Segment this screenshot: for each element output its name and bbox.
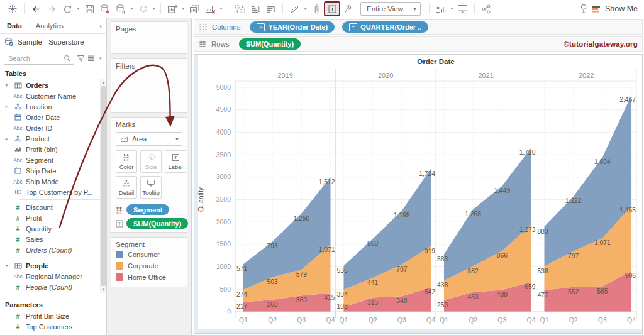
group-members-paperclip-icon[interactable] [309, 2, 324, 16]
field-orders[interactable]: ▾Orders [0, 80, 106, 91]
sort-descending-icon[interactable] [264, 2, 279, 16]
caret-icon[interactable]: ▸ [3, 104, 10, 109]
pages-card[interactable]: Pages [111, 21, 187, 54]
field-people[interactable]: ▾People [0, 260, 106, 271]
quarter-label: Q1 [540, 316, 548, 324]
duplicate-sheet-icon[interactable] [187, 2, 202, 16]
filters-card[interactable]: Filters [111, 58, 187, 113]
calendar-icon [10, 114, 26, 121]
pill-sum-quantity-label[interactable]: SUM(Quantity) [126, 218, 188, 229]
parameters-section: Parameters #Profit Bin Size#Top Customer… [0, 297, 106, 332]
view-options-caret-icon[interactable]: ▾ [97, 56, 103, 61]
replay-icon[interactable] [60, 2, 75, 16]
field-location[interactable]: ▸Location [0, 101, 106, 112]
show-hide-cards-caret-icon[interactable]: ▾ [449, 6, 455, 11]
datasource-icon [4, 37, 14, 47]
field-people-count[interactable]: #People (Count) [0, 282, 106, 292]
highlight-pen-icon[interactable] [287, 2, 302, 16]
detail-button[interactable]: Detail [116, 176, 137, 199]
presentation-mode-icon[interactable] [455, 2, 470, 16]
size-button[interactable]: Size [140, 150, 162, 173]
field-product[interactable]: ▸Product [0, 133, 106, 144]
field-sales[interactable]: #Sales [0, 234, 106, 244]
datasource-item[interactable]: Sample - Superstore [0, 34, 106, 50]
replay-caret-icon[interactable]: ▾ [75, 6, 81, 11]
pause-caret-icon[interactable]: ▾ [129, 6, 135, 11]
mark-type-dropdown[interactable]: Area ▼ [116, 132, 182, 146]
fit-dropdown-caret-icon[interactable]: ▼ [409, 3, 420, 15]
columns-shelf[interactable]: Columns − YEAR(Order Date) + QUARTER(Ord… [194, 19, 643, 35]
field-profit-bin-size[interactable]: #Profit Bin Size [0, 310, 106, 321]
pill-segment[interactable]: Segment [126, 204, 169, 215]
clear-sheet-caret-icon[interactable]: ▾ [218, 6, 224, 11]
field-order-id[interactable]: AbcOrder ID [0, 123, 106, 133]
legend-item-consumer[interactable]: Consumer [116, 250, 182, 260]
field-profit[interactable]: #Profit [0, 212, 106, 223]
new-worksheet-caret-icon[interactable]: ▾ [180, 6, 186, 11]
run-caret-icon[interactable]: ▾ [151, 6, 157, 11]
search-input[interactable]: Search [4, 52, 74, 65]
run-auto-updates-icon[interactable] [135, 2, 150, 16]
color-button[interactable]: Color [116, 150, 137, 173]
field-orders-count[interactable]: #Orders (Count) [0, 244, 106, 255]
field-quantity[interactable]: #Quantity [0, 223, 106, 234]
swap-rows-columns-icon[interactable] [232, 2, 247, 16]
fit-dropdown[interactable]: Entire View ▼ [360, 2, 421, 16]
sort-ascending-icon[interactable] [248, 2, 263, 16]
field-ship-mode[interactable]: AbcShip Mode [0, 176, 106, 187]
field-profit-bin[interactable]: Profit (bin) [0, 144, 106, 155]
pill-sum-quantity[interactable]: SUM(Quantity) [239, 38, 301, 50]
home-office-swatch [116, 273, 123, 281]
field-discount[interactable]: #Discount [0, 202, 106, 212]
field-ship-date[interactable]: Ship Date [0, 165, 106, 176]
field-top-customers[interactable]: #Top Customers [0, 321, 106, 332]
clear-sheet-icon[interactable] [203, 2, 218, 16]
field-segment[interactable]: AbcSegment [0, 155, 106, 165]
data-label: 565 [597, 288, 608, 295]
quarter-label: Q2 [569, 316, 578, 324]
hash-icon: # [10, 312, 26, 320]
tab-data[interactable]: Data [0, 22, 29, 30]
field-customer-name[interactable]: AbcCustomer Name [0, 91, 106, 101]
save-icon[interactable] [82, 2, 97, 16]
highlight-caret-icon[interactable]: ▾ [303, 6, 308, 11]
legend-item-home-office[interactable]: Home Office [116, 272, 182, 282]
show-hide-cards-icon[interactable] [433, 2, 448, 16]
field-regional-manager[interactable]: AbcRegional Manager [0, 271, 106, 282]
expand-hierarchy-icon[interactable]: + [349, 23, 357, 31]
redo-icon[interactable] [44, 2, 59, 16]
caret-icon[interactable]: ▸ [3, 136, 10, 141]
tooltip-button[interactable]: Tooltip [140, 176, 162, 199]
scroll-up-icon[interactable]: ▲ [101, 80, 106, 84]
pill-quarter-order-date[interactable]: + QUARTER(Order .. [342, 21, 428, 33]
share-icon[interactable] [479, 2, 494, 16]
scrollbar-thumb[interactable] [101, 86, 106, 286]
fields-scrollbar[interactable]: ▲ ▼ [100, 79, 106, 293]
show-me-button[interactable]: Show Me [592, 4, 638, 13]
fix-axes-pin-icon[interactable] [340, 2, 355, 16]
filter-fields-icon[interactable] [77, 55, 85, 62]
rows-shelf[interactable]: Rows SUM(Quantity) ©tutorialgateway.org [194, 36, 643, 52]
pause-auto-updates-icon[interactable] [113, 2, 128, 16]
caret-icon[interactable]: ▾ [3, 263, 10, 268]
collapse-pane-icon[interactable]: ‹ [95, 21, 106, 30]
show-mark-labels-icon[interactable] [325, 2, 340, 16]
new-worksheet-icon[interactable] [165, 2, 180, 16]
undo-icon[interactable] [28, 2, 43, 16]
field-order-date[interactable]: Order Date [0, 112, 106, 123]
field-top-customers-by-p[interactable]: Top Customers by P... [0, 187, 106, 197]
pill-year-order-date[interactable]: − YEAR(Order Date) [250, 21, 335, 33]
tab-analytics[interactable]: Analytics [29, 22, 70, 30]
data-label: 503 [267, 278, 278, 285]
caret-icon[interactable]: ▾ [3, 83, 10, 88]
tooltip-commands-icon[interactable] [576, 2, 591, 16]
collapse-hierarchy-icon[interactable]: − [257, 23, 265, 31]
view-options-icon[interactable] [87, 55, 95, 62]
new-data-source-icon[interactable] [97, 2, 113, 16]
area-chart-canvas[interactable]: Order Date201920202021202205001000150020… [194, 54, 643, 334]
y-tick: 5000 [216, 84, 231, 91]
label-button[interactable]: Label [165, 150, 186, 173]
mark-type-caret-icon[interactable]: ▼ [172, 133, 182, 145]
scroll-down-icon[interactable]: ▼ [101, 288, 106, 292]
legend-item-corporate[interactable]: Corporate [116, 261, 182, 271]
